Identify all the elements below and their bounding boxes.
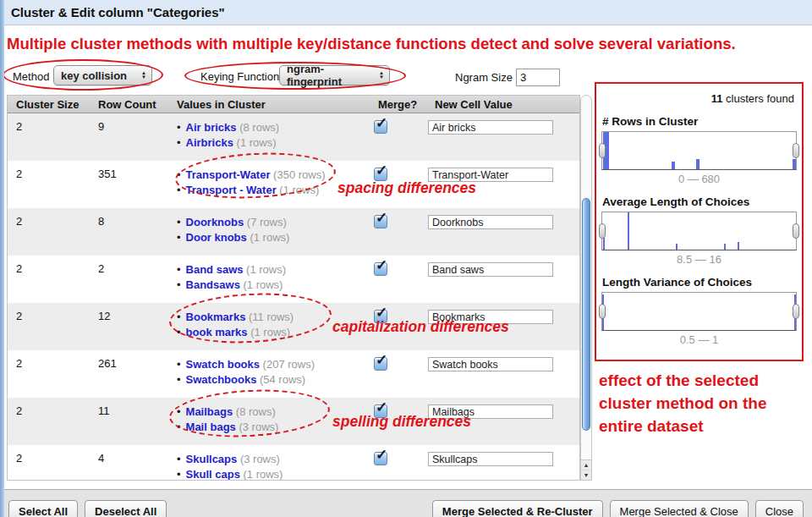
cluster-value-rowcount: (1 rows) xyxy=(248,326,291,338)
cluster-value-link[interactable]: Transport-Water xyxy=(186,168,271,181)
values-in-cluster-cell: •Skullcaps (3 rows)•Skull caps (1 rows) xyxy=(177,450,367,481)
table-row: 2351•Transport-Water (350 rows)•Transpor… xyxy=(8,161,579,208)
values-in-cluster-cell: •Transport-Water (350 rows)•Transport - … xyxy=(177,166,367,208)
cluster-value-link[interactable]: Bookmarks xyxy=(186,311,246,323)
cluster-value-rowcount: (1 rows) xyxy=(240,468,283,481)
scrollbar-down-arrow-icon[interactable]: ▼ xyxy=(581,470,591,480)
ngram-size-input[interactable] xyxy=(516,69,560,86)
cluster-value-line: •Transport-Water (350 rows) xyxy=(177,168,367,183)
cluster-value-rowcount: (3 rows) xyxy=(236,421,279,433)
bullet-icon: • xyxy=(177,168,181,181)
deselect-all-button[interactable]: Deselect All xyxy=(85,500,167,517)
cluster-value-link[interactable]: Bandsaws xyxy=(186,278,240,291)
range-slider-handle[interactable] xyxy=(793,304,799,319)
method-select[interactable]: key collision ▲▼ xyxy=(53,65,152,85)
cluster-value-link[interactable]: Mailbags xyxy=(186,405,233,418)
range-slider-handle[interactable] xyxy=(599,143,606,158)
cluster-value-link[interactable]: book marks xyxy=(186,326,248,338)
cluster-value-line: •Transport - Water (1 rows) xyxy=(177,183,367,198)
keying-function-select-value: ngram-fingerprint xyxy=(287,63,370,88)
range-slider-handle[interactable] xyxy=(793,143,799,158)
histogram-box xyxy=(601,212,797,250)
new-cell-value-cell xyxy=(426,308,579,350)
cluster-value-link[interactable]: Band saws xyxy=(186,263,244,276)
merge-cell: ✓ xyxy=(367,261,426,303)
header-new-cell-value: New Cell Value xyxy=(435,98,579,111)
cluster-value-link[interactable]: Transport - Water xyxy=(186,184,277,196)
range-slider-handle[interactable] xyxy=(599,304,606,319)
cluster-value-link[interactable]: Skullcaps xyxy=(186,453,238,465)
merge-cell: ✓ xyxy=(367,118,426,161)
row-count-cell: 351 xyxy=(98,166,177,208)
merge-checkbox[interactable]: ✓ xyxy=(374,120,387,134)
values-in-cluster-cell: •Band saws (1 rows)•Bandsaws (1 rows) xyxy=(177,261,367,303)
merge-cell: ✓ xyxy=(367,403,426,445)
histograms-container: # Rows in Cluster0 — 680Average Length o… xyxy=(596,115,802,346)
scrollbar-up-arrow-icon[interactable]: ▲ xyxy=(581,459,591,470)
merge-close-button[interactable]: Merge Selected & Close xyxy=(610,500,749,517)
merge-recluster-button[interactable]: Merge Selected & Re-Cluster xyxy=(432,500,603,517)
histogram-title: # Rows in Cluster xyxy=(602,115,802,128)
cluster-value-rowcount: (7 rows) xyxy=(244,216,287,228)
cluster-value-line: •Mail bags (3 rows) xyxy=(177,420,367,435)
cluster-value-link[interactable]: Airbricks xyxy=(186,136,233,149)
keying-function-select[interactable]: ngram-fingerprint ▲▼ xyxy=(279,65,390,85)
range-slider-handle[interactable] xyxy=(599,223,606,239)
select-all-button[interactable]: Select All xyxy=(8,500,78,517)
new-cell-value-input[interactable] xyxy=(428,357,553,371)
cluster-value-line: •Swatch books (207 rows) xyxy=(177,357,367,372)
clusters-found-status: 11 clusters found xyxy=(596,84,802,105)
merge-cell: ✓ xyxy=(367,213,426,256)
cluster-value-line: •Skullcaps (3 rows) xyxy=(177,452,367,467)
histogram-bar xyxy=(672,162,675,169)
keying-function-label: Keying Function xyxy=(200,70,279,83)
histogram-bar xyxy=(676,244,678,250)
cluster-stats-panel: 11 clusters found # Rows in Cluster0 — 6… xyxy=(595,82,804,361)
table-scrollbar[interactable]: ▲ ▼ xyxy=(580,95,592,481)
cluster-value-line: •Skull caps (1 rows) xyxy=(177,467,367,481)
checkmark-icon: ✓ xyxy=(376,351,387,369)
table-row: 2261•Swatch books (207 rows)•Swatchbooks… xyxy=(8,350,579,398)
new-cell-value-input[interactable] xyxy=(428,262,553,277)
merge-cell: ✓ xyxy=(367,355,426,398)
cluster-value-link[interactable]: Doorknobs xyxy=(186,216,244,228)
values-in-cluster-cell: •Bookmarks (11 rows)•book marks (1 rows) xyxy=(177,308,367,350)
histogram-title: Length Variance of Choices xyxy=(602,276,802,289)
header-values-in-cluster: Values in Cluster xyxy=(177,98,367,111)
new-cell-value-input[interactable] xyxy=(428,452,553,466)
header-merge: Merge? xyxy=(378,98,426,111)
new-cell-value-input[interactable] xyxy=(428,168,553,182)
cluster-size-cell: 2 xyxy=(16,213,98,256)
window-edge-strip xyxy=(0,0,4,517)
cluster-value-link[interactable]: Swatch books xyxy=(186,358,260,371)
bullet-icon: • xyxy=(177,421,181,433)
cluster-value-link[interactable]: Swatchbooks xyxy=(186,373,257,386)
new-cell-value-input[interactable] xyxy=(428,120,553,135)
merge-checkbox[interactable]: ✓ xyxy=(374,262,387,276)
scrollbar-thumb[interactable] xyxy=(582,198,590,431)
merge-checkbox[interactable]: ✓ xyxy=(374,452,387,465)
cluster-value-link[interactable]: Mail bags xyxy=(186,421,236,433)
cluster-value-link[interactable]: Skull caps xyxy=(186,468,240,481)
new-cell-value-cell xyxy=(426,450,579,481)
cluster-value-link[interactable]: Air bricks xyxy=(186,121,237,134)
cluster-size-cell: 2 xyxy=(16,355,98,398)
checkmark-icon: ✓ xyxy=(376,114,387,132)
new-cell-value-input[interactable] xyxy=(428,404,553,419)
select-arrows-icon: ▲▼ xyxy=(379,71,384,80)
new-cell-value-input[interactable] xyxy=(428,310,553,324)
cluster-value-link[interactable]: Door knobs xyxy=(186,231,247,244)
merge-checkbox[interactable]: ✓ xyxy=(374,168,387,181)
merge-checkbox[interactable]: ✓ xyxy=(374,310,387,323)
select-arrows-icon: ▲▼ xyxy=(141,71,146,80)
method-label: Method xyxy=(13,70,49,83)
merge-checkbox[interactable]: ✓ xyxy=(374,357,387,371)
checkmark-icon: ✓ xyxy=(376,209,387,227)
merge-checkbox[interactable]: ✓ xyxy=(374,404,387,418)
merge-checkbox[interactable]: ✓ xyxy=(374,215,387,228)
cluster-size-cell: 2 xyxy=(16,261,98,303)
close-button[interactable]: Close xyxy=(755,500,804,517)
range-slider-handle[interactable] xyxy=(793,223,799,239)
new-cell-value-input[interactable] xyxy=(428,215,553,229)
cluster-value-line: •Doorknobs (7 rows) xyxy=(177,215,367,230)
